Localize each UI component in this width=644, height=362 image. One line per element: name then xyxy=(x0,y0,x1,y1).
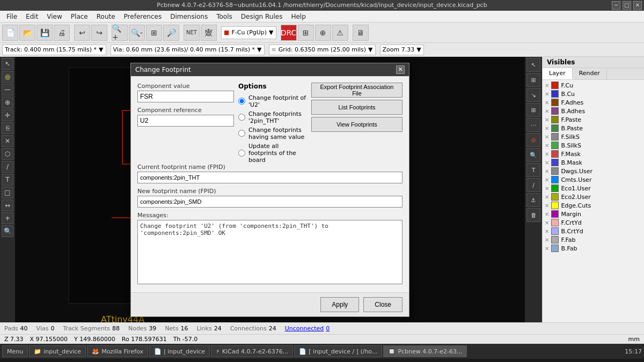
layer-color-3[interactable] xyxy=(551,107,559,115)
drc-button[interactable]: DRC xyxy=(281,25,297,41)
layer-x-12[interactable]: ✕ xyxy=(545,186,549,191)
layer-color-0[interactable] xyxy=(551,82,559,89)
menu-item-preferences[interactable]: Preferences xyxy=(120,12,166,21)
layer-x-3[interactable]: ✕ xyxy=(545,108,549,114)
layer-x-7[interactable]: ✕ xyxy=(545,143,549,149)
taskbar-item-4[interactable]: 📄[ input_device / ] (/ho... xyxy=(294,345,382,357)
layer-color-18[interactable] xyxy=(551,236,559,243)
footprint-tool[interactable]: □ xyxy=(2,187,13,198)
layer-x-16[interactable]: ✕ xyxy=(545,220,549,226)
3d-button[interactable]: 🖥 xyxy=(353,25,369,41)
trash-tool[interactable]: 🗑 xyxy=(526,208,540,222)
ratsnest-rt-tool[interactable]: ⋯ xyxy=(526,118,540,132)
track-field[interactable]: Track: 0.400 mm (15.75 mils) * ▼ xyxy=(2,45,106,55)
layer-color-8[interactable] xyxy=(551,150,559,158)
open-button[interactable]: 📂 xyxy=(19,25,35,41)
zoom-in-button[interactable]: 🔍+ xyxy=(112,25,128,41)
current-fpid-input[interactable] xyxy=(137,172,402,183)
messages-area[interactable]: Change footprint 'U2' (from 'components:… xyxy=(137,220,402,284)
text-tool[interactable]: T xyxy=(2,174,13,186)
menu-item-tools[interactable]: Tools xyxy=(212,12,237,21)
layer-x-6[interactable]: ✕ xyxy=(545,134,549,140)
move-tool[interactable]: ✛ xyxy=(2,109,13,121)
drc-rt-tool[interactable]: ⊘ xyxy=(526,133,540,147)
radio-change-2pin[interactable] xyxy=(238,114,245,121)
grid-origin-tool[interactable]: + xyxy=(2,212,13,224)
netlist-button[interactable]: NET xyxy=(184,25,200,41)
list-footprints-button[interactable]: List Footprints xyxy=(311,100,402,115)
minimize-button[interactable]: ─ xyxy=(612,1,620,10)
layer-color-9[interactable] xyxy=(551,159,559,166)
undo-button[interactable]: ↩ xyxy=(74,25,90,41)
menu-item-file[interactable]: File xyxy=(2,12,21,21)
layer-color-16[interactable] xyxy=(551,219,559,226)
measure-tool[interactable]: ↔ xyxy=(2,200,13,211)
menu-button[interactable]: Menu xyxy=(2,345,28,357)
taskbar-item-5[interactable]: 🔲Pcbnew 4.0.7-e2-63... xyxy=(383,345,467,357)
layer-color-2[interactable] xyxy=(551,99,559,106)
dialog-close-button[interactable]: ✕ xyxy=(396,65,405,74)
taskbar-item-1[interactable]: 🦊Mozilla Firefox xyxy=(87,345,148,357)
polar-button[interactable]: ⊕ xyxy=(315,25,331,41)
taskbar-item-2[interactable]: 📄| input_device xyxy=(149,345,210,357)
copy-tool[interactable]: ⎘ xyxy=(2,122,13,134)
grid-field[interactable]: ≡ Grid: 0.6350 mm (25.00 mils) ▼ xyxy=(269,45,376,55)
zoom-area-button[interactable]: 🔎 xyxy=(163,25,179,41)
menu-item-edit[interactable]: Edit xyxy=(21,12,42,21)
close-dialog-button[interactable]: Close xyxy=(363,297,402,312)
layer-x-10[interactable]: ✕ xyxy=(545,168,549,174)
grid-button[interactable]: ⊞ xyxy=(298,25,314,41)
zoom-out-button[interactable]: 🔍- xyxy=(129,25,145,41)
canvas[interactable]: VCC GND VCC 6 5 4 3 2 1 JP1 CET ATtiny44… xyxy=(15,57,525,322)
layer-x-8[interactable]: ✕ xyxy=(545,151,549,157)
layer-color-7[interactable] xyxy=(551,142,559,149)
layer-color-13[interactable] xyxy=(551,193,559,201)
menu-item-design rules[interactable]: Design Rules xyxy=(237,12,287,21)
layer-color-14[interactable] xyxy=(551,202,559,209)
layer-color-10[interactable] xyxy=(551,167,559,175)
component-value-input[interactable] xyxy=(137,91,234,102)
radio-update-all[interactable] xyxy=(238,150,245,157)
cursor-tool[interactable]: ↖ xyxy=(526,58,540,72)
layer-x-11[interactable]: ✕ xyxy=(545,177,549,183)
tab-render[interactable]: Render xyxy=(573,68,607,79)
via-field[interactable]: Via: 0.60 mm (23.6 mils)/ 0.40 mm (15.7 … xyxy=(111,45,265,55)
component-reference-input[interactable] xyxy=(137,115,234,127)
component-tool[interactable]: ⊞ xyxy=(526,103,540,117)
layer-color-5[interactable] xyxy=(551,124,559,132)
text-rt-tool[interactable]: T xyxy=(526,163,540,177)
menu-item-dimensions[interactable]: Dimensions xyxy=(166,12,212,21)
view-footprints-button[interactable]: View Footprints xyxy=(311,117,402,132)
zoom-field[interactable]: Zoom 7.33 ▼ xyxy=(380,45,424,55)
layer-x-17[interactable]: ✕ xyxy=(545,228,549,234)
export-association-button[interactable]: Export Footprint Association File xyxy=(311,83,402,98)
layer-color-15[interactable] xyxy=(551,210,559,218)
layer-x-19[interactable]: ✕ xyxy=(545,246,549,252)
new-button[interactable]: 📄 xyxy=(2,25,18,41)
zoom-select-tool[interactable]: 🔍 xyxy=(2,225,13,237)
layer-x-1[interactable]: ✕ xyxy=(545,91,549,97)
layer-color-19[interactable] xyxy=(551,245,559,252)
layer-x-9[interactable]: ✕ xyxy=(545,160,549,166)
select-rt-tool[interactable]: ↘ xyxy=(526,88,540,102)
polygon-tool[interactable]: ⬡ xyxy=(2,148,13,160)
maximize-button[interactable]: □ xyxy=(623,1,631,10)
anchor-tool[interactable]: ⚓ xyxy=(526,193,540,207)
zoom-fit-button[interactable]: ⊞ xyxy=(146,25,162,41)
save-button[interactable]: 💾 xyxy=(36,25,53,41)
layer-x-0[interactable]: ✕ xyxy=(545,83,549,88)
tab-layer[interactable]: Layer xyxy=(543,68,573,79)
route-track-tool[interactable]: — xyxy=(2,84,13,95)
search-tool[interactable]: 🔍 xyxy=(526,148,540,162)
layer-color-1[interactable] xyxy=(551,90,559,98)
grid-tool[interactable]: ⊞ xyxy=(526,73,540,87)
taskbar-item-3[interactable]: ⚡KiCad 4.0.7-e2-6376... xyxy=(211,345,293,357)
layer-x-18[interactable]: ✕ xyxy=(545,237,549,243)
line-tool[interactable]: / xyxy=(2,161,13,173)
layer-x-13[interactable]: ✕ xyxy=(545,194,549,200)
ratsnest-button[interactable]: 🕸 xyxy=(201,25,217,41)
layer-color-6[interactable] xyxy=(551,133,559,141)
layer-color-12[interactable] xyxy=(551,184,559,192)
menu-item-route[interactable]: Route xyxy=(92,12,120,21)
layer-x-14[interactable]: ✕ xyxy=(545,203,549,209)
